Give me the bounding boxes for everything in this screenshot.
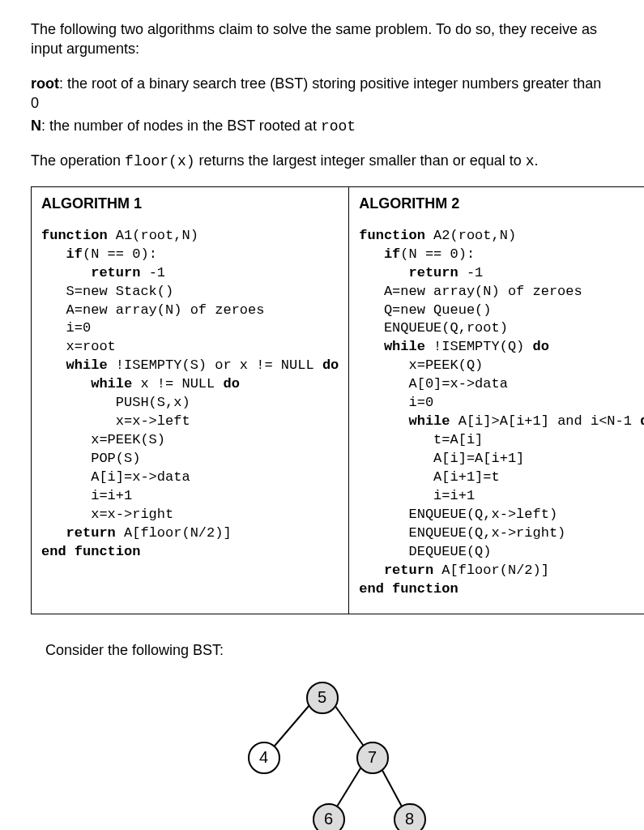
algo1-title: ALGORITHM 1: [41, 195, 339, 212]
tree-node-4: 4: [248, 742, 280, 774]
tree-node-7-label: 7: [368, 748, 377, 767]
n-label: N: [31, 118, 41, 134]
tree-node-6-label: 6: [324, 810, 333, 828]
intro-p1: The following two algorithms claim to so…: [31, 19, 613, 59]
intro-block: The following two algorithms claim to so…: [31, 19, 613, 172]
floor-period: .: [535, 152, 539, 169]
tree-node-6: 6: [313, 803, 345, 830]
floor-pre: The operation: [31, 152, 125, 169]
n-desc-tail: root: [321, 118, 356, 135]
bst-diagram: 5 4 7 6 8: [201, 675, 444, 830]
intro-n-line: N: the number of nodes in the BST rooted…: [31, 116, 613, 136]
tree-node-5-label: 5: [318, 688, 326, 707]
tree-node-8: 8: [394, 803, 426, 830]
floor-x: x: [526, 153, 535, 169]
tree-node-4-label: 4: [259, 748, 268, 767]
page: The following two algorithms claim to so…: [0, 0, 644, 830]
consider-text: Consider the following BST:: [45, 642, 613, 659]
root-desc: : the root of a binary search tree (BST)…: [31, 75, 601, 111]
root-label: root: [31, 75, 59, 92]
intro-root-line: root: the root of a binary search tree (…: [31, 74, 613, 113]
algo2-cell: ALGORITHM 2 function A2(root,N) if(N == …: [349, 186, 644, 614]
tree-node-7: 7: [356, 742, 389, 774]
algorithms-table: ALGORITHM 1 function A1(root,N) if(N == …: [31, 186, 644, 614]
tree-node-5: 5: [306, 682, 339, 714]
tree-node-8-label: 8: [405, 810, 414, 828]
algo2-code: function A2(root,N) if(N == 0): return -…: [359, 227, 644, 599]
algo1-code: function A1(root,N) if(N == 0): return -…: [41, 227, 339, 562]
floor-post: returns the largest integer smaller than…: [195, 152, 526, 169]
algo2-title: ALGORITHM 2: [359, 195, 644, 212]
intro-floor-line: The operation floor(x) returns the large…: [31, 151, 613, 171]
floor-fn: floor(x): [125, 153, 194, 169]
n-desc: : the number of nodes in the BST rooted …: [41, 118, 321, 134]
algo1-cell: ALGORITHM 1 function A1(root,N) if(N == …: [32, 186, 349, 614]
